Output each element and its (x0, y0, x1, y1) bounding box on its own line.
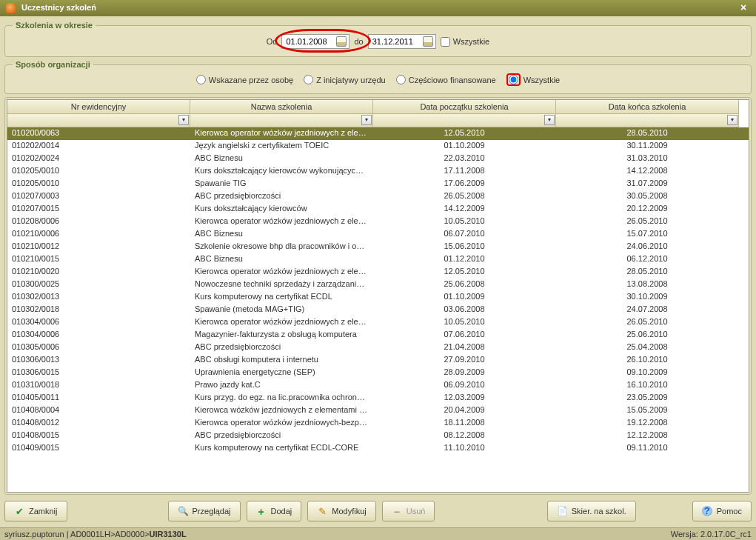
col-end[interactable]: Data końca szkolenia (556, 100, 739, 114)
cell-id: 010408/0015 (7, 430, 190, 442)
table-row[interactable]: 010207/0015Kurs dokształcający kierowców… (7, 203, 749, 216)
modify-button[interactable]: Modyfikuj (307, 501, 375, 521)
table-row[interactable]: 010408/0004Kierowca wózków jezdniowych z… (7, 404, 749, 417)
table-row[interactable]: 010310/0018Prawo jazdy kat.C06.09.201016… (7, 379, 749, 392)
cell-id: 010202/0024 (7, 153, 190, 165)
cell-start: 11.10.2010 (373, 442, 556, 455)
cell-id: 010305/0006 (7, 341, 190, 354)
table-row[interactable]: 010208/0006Kierowca operator wózków jezd… (7, 216, 749, 228)
filter-end[interactable]: ▾ (556, 114, 739, 127)
cell-name: ABC Biznesu (190, 253, 373, 266)
cell-start: 26.05.2008 (373, 190, 556, 203)
org-opt-all[interactable]: Wszystkie (506, 73, 561, 86)
table-row[interactable]: 010202/0024ABC Biznesu22.03.201031.03.20… (7, 153, 749, 165)
org-legend: Sposób organizacji (13, 60, 93, 69)
filter-id[interactable]: ▾ (7, 114, 190, 127)
filter-name[interactable]: ▾ (190, 114, 373, 127)
grid: Nr ewidencyjny Nazwa szkolenia Data pocz… (7, 99, 749, 493)
table-row[interactable]: 010408/0015ABC przedsiębiorczości08.12.2… (7, 430, 749, 442)
cell-end: 23.05.2009 (556, 392, 739, 404)
org-opt-office[interactable]: Z inicjatywy urzędu (304, 75, 386, 84)
window-close-button[interactable]: × (737, 2, 750, 14)
cell-name: Nowoczesne techniki sprzedaży i zarządza… (190, 279, 373, 291)
cell-name: Kurs przyg. do egz. na lic.pracownika oc… (190, 392, 373, 404)
table-row[interactable]: 010408/0012Kierowca operator wózków jezd… (7, 417, 749, 430)
table-row[interactable]: 010409/0015Kurs komputerowy na certyfika… (7, 442, 749, 455)
to-date-input[interactable] (371, 36, 423, 47)
table-row[interactable]: 010304/0006Kierowca operator wózków jezd… (7, 316, 749, 329)
cell-end: 24.06.2010 (556, 241, 739, 253)
cell-name: Uprawnienia energetyczne (SEP) (190, 367, 373, 379)
help-button[interactable]: Pomoc (692, 501, 752, 521)
cell-id: 010300/0025 (7, 279, 190, 291)
cell-start: 06.07.2010 (373, 228, 556, 241)
filter-dropdown-icon[interactable]: ▾ (361, 115, 372, 125)
table-row[interactable]: 010202/0014Język angielski z certyfikate… (7, 140, 749, 153)
app-icon (6, 3, 16, 13)
col-id[interactable]: Nr ewidencyjny (7, 100, 190, 114)
cell-name: Prawo jazdy kat.C (190, 379, 373, 392)
table-row[interactable]: 010300/0025Nowoczesne techniki sprzedaży… (7, 279, 749, 291)
cell-id: 010408/0012 (7, 417, 190, 430)
add-button[interactable]: Dodaj (247, 501, 302, 521)
calendar-icon[interactable] (423, 36, 433, 47)
org-opt-person[interactable]: Wskazane przez osobę (196, 75, 293, 84)
grid-body[interactable]: 010200/0063Kierowca operator wózków jezd… (7, 127, 749, 492)
table-row[interactable]: 010302/0013Kurs komputerowy na certyfika… (7, 291, 749, 304)
filter-dropdown-icon[interactable]: ▾ (178, 115, 189, 125)
cell-end: 20.12.2009 (556, 203, 739, 216)
cell-end: 26.05.2010 (556, 216, 739, 228)
cell-name: ABC Biznesu (190, 153, 373, 165)
table-row[interactable]: 010207/0003ABC przedsiębiorczości26.05.2… (7, 190, 749, 203)
cell-start: 17.06.2009 (373, 178, 556, 190)
table-row[interactable]: 010200/0063Kierowca operator wózków jezd… (7, 127, 749, 140)
filter-start[interactable]: ▾ (373, 114, 556, 127)
table-row[interactable]: 010205/0010Spawanie TIG17.06.200931.07.2… (7, 178, 749, 190)
table-row[interactable]: 010305/0006ABC przedsiębiorczości21.04.2… (7, 341, 749, 354)
table-row[interactable]: 010306/0015Uprawnienia energetyczne (SEP… (7, 367, 749, 379)
browse-button[interactable]: Przeglądaj (168, 501, 241, 521)
cell-name: ABC przedsiębiorczości (190, 430, 373, 442)
table-row[interactable]: 010210/0012Szkolenie okresowe bhp dla pr… (7, 241, 749, 253)
cell-name: Kierowca wózków jezdniowych z elementami… (190, 404, 373, 417)
cell-id: 010205/0010 (7, 178, 190, 190)
table-row[interactable]: 010304/0006Magazynier-fakturzysta z obsł… (7, 329, 749, 341)
cell-id: 010306/0015 (7, 367, 190, 379)
cell-start: 25.06.2008 (373, 279, 556, 291)
edit-icon (317, 506, 327, 516)
table-row[interactable]: 010306/0013ABC obsługi komputera i inter… (7, 354, 749, 367)
org-opt-partial[interactable]: Częściowo finansowane (396, 75, 496, 84)
table-row[interactable]: 010210/0015ABC Biznesu01.12.201006.12.20… (7, 253, 749, 266)
grid-header: Nr ewidencyjny Nazwa szkolenia Data pocz… (7, 100, 749, 114)
cell-id: 010304/0006 (7, 329, 190, 341)
table-row[interactable]: 010210/0020Kierowca operator wózków jezd… (7, 266, 749, 279)
cell-id: 010302/0013 (7, 291, 190, 304)
filter-dropdown-icon[interactable]: ▾ (727, 115, 737, 125)
cell-id: 010405/0011 (7, 392, 190, 404)
table-row[interactable]: 010205/0010Kurs dokształcający kierowców… (7, 165, 749, 178)
cell-start: 12.05.2010 (373, 127, 556, 140)
table-row[interactable]: 010405/0011Kurs przyg. do egz. na lic.pr… (7, 392, 749, 404)
cell-start: 07.06.2010 (373, 329, 556, 341)
filter-dropdown-icon[interactable]: ▾ (544, 115, 555, 125)
cell-name: Kierowca operator wózków jezdniowych z e… (190, 127, 373, 140)
cell-name: Magazynier-fakturzysta z obsługą kompute… (190, 329, 373, 341)
from-date-input[interactable] (284, 36, 336, 47)
from-date-field[interactable] (281, 34, 349, 49)
to-date-field[interactable] (368, 34, 436, 49)
toolbar: Zamknij Przeglądaj Dodaj Modyfikuj Usuń (4, 498, 752, 523)
cell-end: 28.05.2010 (556, 127, 739, 140)
close-button[interactable]: Zamknij (4, 501, 67, 521)
table-row[interactable]: 010210/0006ABC Biznesu06.07.201015.07.20… (7, 228, 749, 241)
cell-name: ABC obsługi komputera i internetu (190, 354, 373, 367)
col-start[interactable]: Data początku szkolenia (373, 100, 556, 114)
all-dates-checkbox[interactable]: Wszystkie (441, 37, 490, 47)
table-row[interactable]: 010302/0018Spawanie (metoda MAG+TIG)03.0… (7, 304, 749, 316)
col-name[interactable]: Nazwa szkolenia (190, 100, 373, 114)
cell-end: 28.05.2010 (556, 266, 739, 279)
skier-button[interactable]: Skier. na szkol. (547, 501, 636, 521)
cell-name: Szkolenie okresowe bhp dla pracowników i… (190, 241, 373, 253)
delete-button[interactable]: Usuń (382, 501, 435, 521)
calendar-icon[interactable] (336, 36, 347, 47)
cell-end: 15.05.2009 (556, 404, 739, 417)
